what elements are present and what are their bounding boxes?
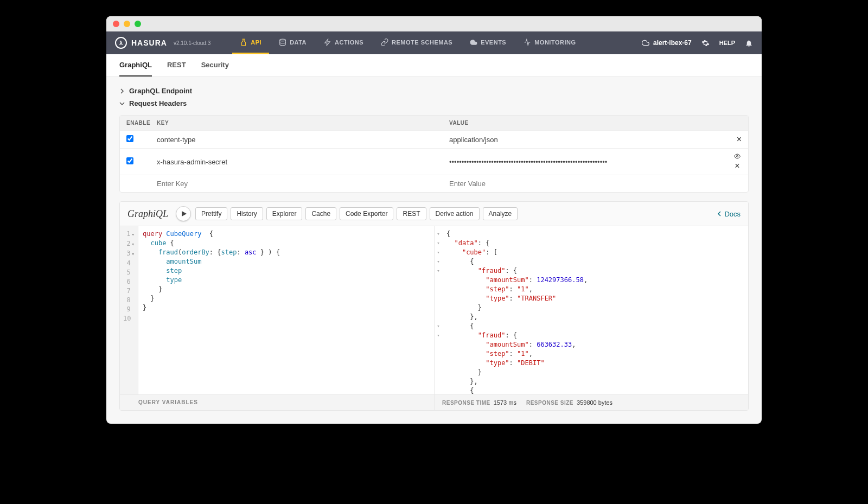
svg-point-1: [737, 156, 738, 157]
run-query-button[interactable]: [176, 206, 191, 221]
chevron-right-icon: [119, 88, 125, 94]
bell-icon[interactable]: [745, 39, 753, 47]
headers-new-row: [120, 175, 748, 192]
help-link[interactable]: HELP: [719, 40, 735, 46]
endpoint-section-label: GraphQL Endpoint: [129, 87, 192, 95]
app-window: λ HASURA v2.10.1-cloud.3 APIDATAACTIONSR…: [106, 16, 762, 424]
window-minimize-icon[interactable]: [124, 21, 130, 27]
graphiql-panel: GraphiQL PrettifyHistoryExplorerCacheCod…: [119, 201, 749, 411]
top-nav-right: alert-ibex-67 HELP: [641, 39, 753, 47]
query-variables-toggle[interactable]: QUERY VARIABLES: [120, 395, 434, 410]
nav-label: API: [251, 39, 261, 46]
chevron-left-icon: [717, 211, 722, 216]
col-enable-label: ENABLE: [126, 120, 157, 126]
col-value-label: VALUE: [449, 120, 742, 126]
nav-icon: [524, 39, 531, 46]
nav-icon: [470, 39, 477, 46]
topnav-item-actions[interactable]: ACTIONS: [316, 31, 371, 54]
window-close-icon[interactable]: [113, 21, 119, 27]
nav-label: REMOTE SCHEMAS: [392, 39, 452, 46]
headers-table: ENABLE KEY VALUE content-typeapplication…: [119, 115, 749, 193]
nav-icon: [381, 39, 388, 46]
content: GraphQL Endpoint Request Headers ENABLE …: [106, 77, 762, 424]
nav-icon: [279, 39, 286, 46]
nav-label: DATA: [290, 39, 307, 46]
header-row: x-hasura-admin-secret•••••••••••••••••••…: [120, 148, 748, 175]
chevron-down-icon: [119, 101, 125, 106]
header-key-input[interactable]: [157, 180, 449, 188]
gear-icon[interactable]: [701, 39, 710, 47]
headers-table-head: ENABLE KEY VALUE: [120, 116, 748, 130]
brand: λ HASURA v2.10.1-cloud.3: [115, 37, 210, 49]
docs-toggle[interactable]: Docs: [717, 210, 741, 218]
headers-section-toggle[interactable]: Request Headers: [119, 97, 749, 110]
window-titlebar: [106, 16, 762, 31]
header-value-input[interactable]: [449, 180, 742, 188]
nav-label: MONITORING: [534, 39, 576, 46]
nav-icon: [324, 39, 331, 46]
project-name: alert-ibex-67: [653, 39, 692, 47]
header-key[interactable]: x-hasura-admin-secret: [157, 158, 449, 166]
topnav-item-events[interactable]: EVENTS: [462, 31, 514, 54]
header-enable-checkbox[interactable]: [126, 135, 133, 142]
nav-label: EVENTS: [481, 39, 506, 46]
graphiql-toolbar: GraphiQL PrettifyHistoryExplorerCacheCod…: [120, 202, 748, 226]
result-fold-gutter: ▾▾▾▾▾ ▾▾: [435, 226, 442, 394]
topnav-item-remote-schemas[interactable]: REMOTE SCHEMAS: [373, 31, 460, 54]
header-value[interactable]: application/json: [449, 136, 498, 144]
brand-version: v2.10.1-cloud.3: [174, 40, 210, 46]
graphiql-body: 1▾2▾3▾4 5 6 7 8 9 10 query CubeQuery { c…: [120, 226, 748, 394]
brand-name: HASURA: [131, 39, 167, 47]
header-enable-checkbox[interactable]: [126, 157, 133, 164]
history-button[interactable]: History: [231, 207, 263, 220]
tab-rest[interactable]: REST: [167, 54, 186, 76]
tab-security[interactable]: Security: [201, 54, 229, 76]
top-nav: λ HASURA v2.10.1-cloud.3 APIDATAACTIONSR…: [106, 31, 762, 54]
code-exporter-button[interactable]: Code Exporter: [340, 207, 393, 220]
cache-button[interactable]: Cache: [305, 207, 336, 220]
topnav-item-monitoring[interactable]: MONITORING: [516, 31, 583, 54]
response-stats: RESPONSE TIME1573 ms RESPONSE SIZE359800…: [434, 395, 748, 410]
remove-header-button[interactable]: ×: [735, 162, 739, 170]
endpoint-section-toggle[interactable]: GraphQL Endpoint: [119, 85, 749, 97]
result-pane: ▾▾▾▾▾ ▾▾ { "data": { "cube": [ { "fraud"…: [434, 226, 748, 394]
graphiql-footer: QUERY VARIABLES RESPONSE TIME1573 ms RES…: [120, 394, 748, 410]
top-nav-items: APIDATAACTIONSREMOTE SCHEMASEVENTSMONITO…: [232, 31, 583, 54]
tab-graphiql[interactable]: GraphiQL: [119, 54, 152, 76]
hasura-logo-icon: λ: [115, 37, 127, 49]
nav-icon: [240, 39, 247, 46]
rest-button[interactable]: REST: [397, 207, 426, 220]
query-editor[interactable]: query CubeQuery { cube { fraud(orderBy: …: [138, 226, 434, 394]
reveal-icon[interactable]: [733, 153, 742, 160]
col-key-label: KEY: [157, 120, 449, 126]
sub-nav: GraphiQLRESTSecurity: [106, 54, 762, 77]
project-selector[interactable]: alert-ibex-67: [641, 39, 692, 47]
topnav-item-api[interactable]: API: [232, 31, 269, 54]
docs-label: Docs: [724, 210, 741, 218]
svg-point-0: [280, 39, 286, 41]
window-zoom-icon[interactable]: [135, 21, 141, 27]
response-time-value: 1573 ms: [494, 399, 516, 406]
topnav-item-data[interactable]: DATA: [271, 31, 314, 54]
derive-action-button[interactable]: Derive action: [430, 207, 480, 220]
response-time-label: RESPONSE TIME: [442, 400, 490, 406]
remove-header-button[interactable]: ×: [737, 135, 742, 144]
header-key[interactable]: content-type: [157, 136, 449, 144]
header-value[interactable]: ••••••••••••••••••••••••••••••••••••••••…: [449, 158, 607, 166]
response-size-value: 359800 bytes: [577, 399, 612, 406]
response-size-label: RESPONSE SIZE: [526, 400, 573, 406]
nav-label: ACTIONS: [335, 39, 363, 46]
prettify-button[interactable]: Prettify: [195, 207, 227, 220]
header-row: content-typeapplication/json×: [120, 130, 748, 148]
explorer-button[interactable]: Explorer: [266, 207, 303, 220]
graphiql-logo: GraphiQL: [127, 208, 168, 220]
headers-section-label: Request Headers: [129, 99, 187, 107]
query-gutter: 1▾2▾3▾4 5 6 7 8 9 10: [120, 226, 138, 394]
analyze-button[interactable]: Analyze: [483, 207, 518, 220]
cloud-icon: [641, 39, 650, 47]
result-viewer[interactable]: { "data": { "cube": [ { "fraud": { "amou…: [442, 226, 748, 394]
